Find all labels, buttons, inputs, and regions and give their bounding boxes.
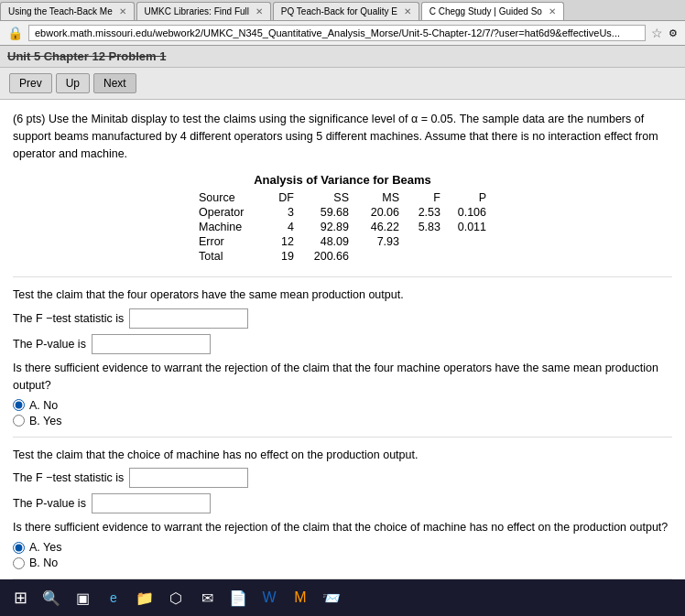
- anova-row-0: Operator359.6820.062.530.106: [191, 205, 494, 220]
- up-button[interactable]: Up: [56, 73, 90, 93]
- q2-sufficient-text: Is there sufficient evidence to warrant …: [13, 519, 672, 536]
- divider-2: [13, 437, 672, 438]
- tab-close-2[interactable]: ✕: [256, 6, 263, 16]
- anova-cell-1-5: 0.011: [448, 220, 494, 234]
- anova-row-3: Total19200.66: [191, 249, 494, 264]
- taskbar: ⊞ 🔍 ▣ e 📁 ⬡ ✉ 📄 W M 📨: [0, 579, 685, 616]
- divider-1: [13, 276, 672, 277]
- anova-section: Analysis of Variance for Beams Source DF…: [13, 173, 672, 264]
- anova-cell-1-0: Machine: [191, 220, 265, 234]
- q1-option-a: A. No: [13, 399, 672, 412]
- anova-cell-1-1: 4: [265, 220, 301, 234]
- anova-header-ms: MS: [356, 190, 407, 205]
- anova-cell-3-1: 19: [265, 249, 301, 264]
- word-icon[interactable]: W: [256, 585, 282, 611]
- app-icon-2[interactable]: 📄: [225, 585, 251, 611]
- anova-header-row: Source DF SS MS F P: [191, 190, 494, 205]
- q2-p-row: The P-value is: [13, 493, 672, 513]
- q2-radio-a[interactable]: [13, 542, 25, 554]
- q2-radio-group: A. Yes B. No: [13, 541, 672, 569]
- q2-f-input[interactable]: [129, 468, 248, 488]
- tab-4[interactable]: C Chegg Study | Guided So ✕: [421, 2, 564, 20]
- anova-cell-3-3: [356, 249, 407, 264]
- address-input[interactable]: [28, 25, 646, 41]
- q2-radio-b[interactable]: [13, 557, 25, 569]
- tab-close-1[interactable]: ✕: [119, 6, 126, 16]
- anova-cell-2-5: [448, 234, 494, 249]
- anova-cell-0-2: 59.68: [301, 205, 356, 220]
- q1-p-input[interactable]: [92, 334, 211, 354]
- anova-header-df: DF: [265, 190, 301, 205]
- anova-cell-0-4: 2.53: [407, 205, 448, 220]
- inbox-icon[interactable]: 📨: [319, 585, 344, 611]
- q1-f-label: The F −test statistic is: [13, 312, 124, 325]
- tab-2[interactable]: UMKC Libraries: Find Full ✕: [136, 2, 271, 20]
- page-title-bar: Unit 5 Chapter 12 Problem 1: [0, 46, 685, 68]
- anova-cell-1-4: 5.83: [407, 220, 448, 234]
- tab-close-4[interactable]: ✕: [549, 6, 556, 16]
- q2-claim-text: Test the claim that the choice of machin…: [13, 447, 672, 464]
- q1-radio-b[interactable]: [13, 415, 25, 427]
- problem-description: (6 pts) Use the Minitab display to test …: [13, 111, 672, 162]
- settings-icon[interactable]: ⚙: [669, 27, 678, 39]
- q1-claim-text: Test the claim that the four operators h…: [13, 286, 672, 304]
- edge-icon[interactable]: e: [101, 585, 126, 611]
- q2-p-input[interactable]: [92, 493, 211, 513]
- question-2-section: Test the claim that the choice of machin…: [13, 447, 672, 570]
- anova-cell-2-1: 12: [265, 234, 301, 249]
- anova-cell-0-5: 0.106: [448, 205, 494, 220]
- anova-cell-1-3: 46.22: [356, 220, 407, 234]
- anova-row-1: Machine492.8946.225.830.011: [191, 220, 494, 234]
- anova-cell-0-1: 3: [265, 205, 301, 220]
- anova-cell-1-2: 92.89: [301, 220, 356, 234]
- next-button[interactable]: Next: [93, 73, 136, 93]
- anova-cell-3-2: 200.66: [301, 249, 356, 264]
- anova-cell-3-4: [407, 249, 448, 264]
- q2-f-label: The F −test statistic is: [13, 471, 124, 484]
- lock-icon: 🔒: [7, 26, 23, 40]
- anova-cell-0-3: 20.06: [356, 205, 407, 220]
- bookmark-icon[interactable]: ☆: [651, 26, 663, 40]
- q1-option-b: B. Yes: [13, 415, 672, 427]
- anova-cell-0-0: Operator: [191, 205, 265, 220]
- anova-title: Analysis of Variance for Beams: [13, 173, 672, 187]
- address-bar: 🔒 ☆ ⚙: [0, 21, 685, 46]
- q1-label-b: B. Yes: [29, 415, 61, 427]
- q1-radio-a[interactable]: [13, 399, 25, 411]
- q2-p-label: The P-value is: [13, 497, 86, 510]
- q1-p-label: The P-value is: [13, 338, 86, 351]
- q2-label-a: A. Yes: [29, 541, 61, 554]
- anova-table: Source DF SS MS F P Operator359.6820.062…: [191, 190, 494, 264]
- app-icon-1[interactable]: ⬡: [163, 585, 189, 611]
- windows-icon[interactable]: ▣: [70, 585, 95, 611]
- tab-1[interactable]: Using the Teach-Back Me ✕: [0, 2, 135, 20]
- q1-f-row: The F −test statistic is: [13, 308, 672, 329]
- anova-header-f: F: [407, 190, 448, 205]
- anova-cell-2-3: 7.93: [356, 234, 407, 249]
- file-icon[interactable]: 📁: [132, 585, 158, 611]
- q1-f-input[interactable]: [129, 308, 248, 329]
- q1-radio-group: A. No B. Yes: [13, 399, 672, 427]
- tab-close-3[interactable]: ✕: [404, 6, 411, 16]
- q2-option-b: B. No: [13, 557, 672, 569]
- start-icon[interactable]: ⊞: [7, 585, 33, 611]
- mail-icon[interactable]: ✉: [194, 585, 220, 611]
- shield-icon[interactable]: M: [288, 585, 313, 611]
- q1-label-a: A. No: [29, 399, 58, 412]
- anova-data-rows: Operator359.6820.062.530.106Machine492.8…: [191, 205, 494, 264]
- search-icon[interactable]: 🔍: [38, 585, 64, 611]
- anova-header-p: P: [448, 190, 494, 205]
- prev-button[interactable]: Prev: [9, 73, 52, 93]
- q1-p-row: The P-value is: [13, 334, 672, 354]
- main-content: (6 pts) Use the Minitab display to test …: [0, 100, 685, 616]
- anova-cell-2-4: [407, 234, 448, 249]
- tab-3[interactable]: PQ Teach-Back for Quality E ✕: [273, 2, 419, 20]
- anova-cell-2-0: Error: [191, 234, 265, 249]
- page-title: Unit 5 Chapter 12 Problem 1: [7, 49, 166, 63]
- question-1-section: Test the claim that the four operators h…: [13, 286, 672, 427]
- anova-cell-2-2: 48.09: [301, 234, 356, 249]
- q2-option-a: A. Yes: [13, 541, 672, 554]
- browser-tabs: Using the Teach-Back Me ✕ UMKC Libraries…: [0, 0, 685, 21]
- nav-bar: Prev Up Next: [0, 68, 685, 100]
- anova-header-ss: SS: [301, 190, 356, 205]
